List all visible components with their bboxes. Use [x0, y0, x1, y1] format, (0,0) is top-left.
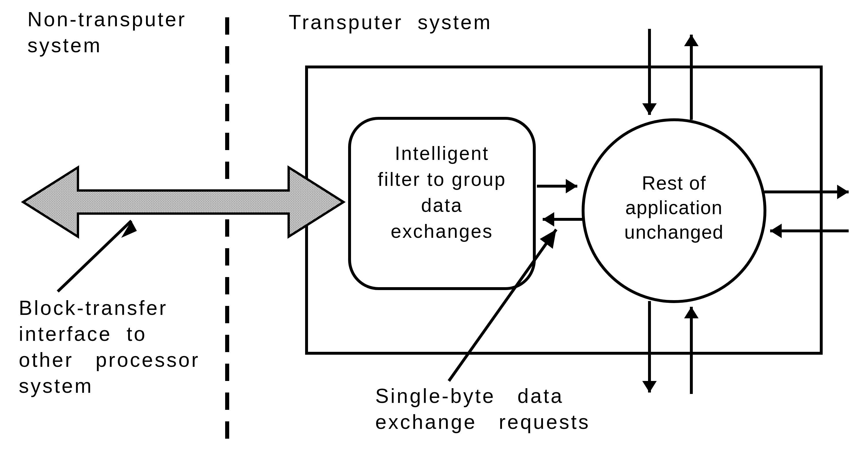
- filter-text-line3: data: [349, 193, 534, 217]
- arrow-circle-top-in: [642, 29, 657, 115]
- block-transfer-line4: system: [19, 374, 93, 398]
- svg-marker-17: [642, 381, 657, 392]
- arrow-circle-bottom-in: [684, 307, 699, 394]
- arrow-circle-right-in: [770, 224, 849, 238]
- single-byte-line2: exchange requests: [375, 410, 590, 434]
- arrow-circle-bottom-out: [642, 301, 657, 392]
- svg-marker-23: [770, 224, 782, 238]
- arrow-circle-right-out: [764, 185, 849, 199]
- arrow-circle-top-out: [684, 35, 699, 120]
- svg-marker-7: [540, 229, 556, 249]
- non-transputer-label-line2: system: [27, 33, 102, 58]
- circle-text-line2: application: [599, 196, 749, 219]
- svg-marker-21: [837, 185, 849, 199]
- block-transfer-line3: other processor: [19, 348, 200, 372]
- arrow-filter-to-circle: [537, 179, 577, 193]
- filter-text-line1: Intelligent: [349, 141, 534, 165]
- svg-marker-9: [566, 179, 577, 193]
- block-transfer-arrow: [23, 167, 343, 237]
- transputer-system-label: Transputer system: [289, 10, 492, 34]
- svg-marker-13: [642, 103, 657, 115]
- svg-marker-15: [684, 35, 699, 46]
- diagram-stage: Non-transputer system Transputer system …: [0, 0, 868, 456]
- svg-marker-19: [684, 307, 699, 318]
- svg-marker-11: [543, 212, 554, 227]
- single-byte-line1: Single-byte data: [375, 384, 564, 408]
- circle-text-line3: unchanged: [599, 221, 749, 243]
- block-transfer-line2: interface to: [19, 322, 147, 346]
- arrow-circle-to-filter: [543, 212, 583, 227]
- circle-text-line1: Rest of: [599, 172, 749, 195]
- non-transputer-label-line1: Non-transputer: [27, 7, 186, 31]
- filter-text-line4: exchanges: [349, 219, 534, 243]
- svg-marker-3: [23, 167, 343, 237]
- block-transfer-line1: Block-transfer: [19, 296, 168, 320]
- filter-text-line2: filter to group: [349, 167, 534, 191]
